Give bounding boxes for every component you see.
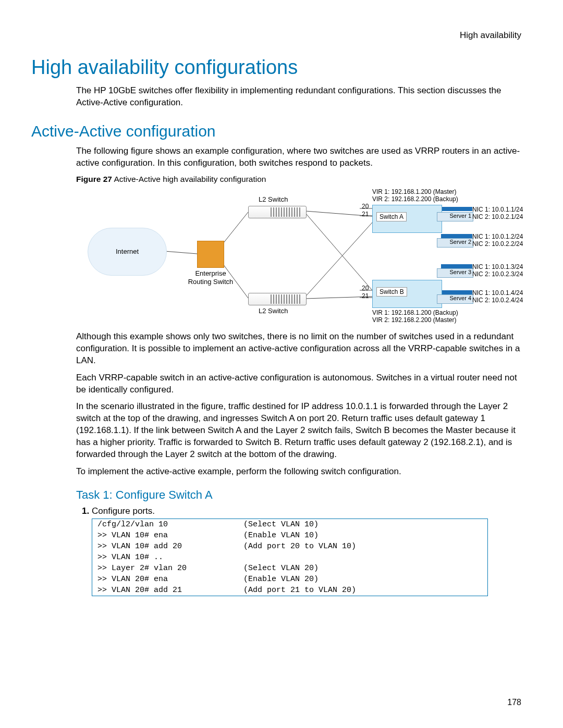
code-line: >> VLAN 20# ena(Enable VLAN 20)	[92, 574, 488, 585]
code-description	[238, 552, 488, 563]
code-command: >> VLAN 10# add 20	[92, 541, 239, 552]
code-command: >> VLAN 20# add 21	[92, 585, 239, 596]
page-title: High availability configurations	[31, 56, 521, 79]
code-line: /cfg/l2/vlan 10(Select VLAN 10)	[92, 519, 488, 530]
nic-1-2: NIC 2: 10.0.2.1/24	[472, 213, 535, 220]
internet-cloud-icon: Internet	[88, 228, 167, 276]
figure-caption: Figure 27 Active-Active high availabilit…	[76, 175, 521, 184]
step-list: Configure ports.	[76, 506, 521, 516]
code-line: >> VLAN 10# ..	[92, 552, 488, 563]
code-line: >> VLAN 10# ena(Enable VLAN 10)	[92, 530, 488, 541]
l2-switch-bottom-icon	[248, 293, 307, 305]
port-20-label-a: 20	[362, 203, 369, 210]
code-command: >> Layer 2# vlan 20	[92, 563, 239, 574]
router-icon	[197, 241, 224, 268]
body-paragraph: Each VRRP-capable switch in an active-ac…	[76, 372, 521, 396]
svg-line-1	[223, 212, 248, 243]
port-20-label-b: 20	[362, 285, 369, 292]
code-command: >> VLAN 10# ena	[92, 530, 239, 541]
switch-b-tag: Switch B	[376, 287, 407, 297]
svg-line-4	[305, 213, 372, 290]
svg-rect-17	[441, 290, 472, 294]
code-description: (Add port 20 to VLAN 10)	[238, 541, 488, 552]
intro-paragraph: The HP 10GbE switches offer flexibility …	[76, 85, 521, 109]
code-line: >> VLAN 10# add 20(Add port 20 to VLAN 1…	[92, 541, 488, 552]
port-21-label-a: 21	[362, 211, 369, 218]
page-number: 178	[507, 698, 521, 707]
nic-2-1: NIC 1: 10.0.1.2/24	[472, 233, 535, 240]
code-line: >> Layer 2# vlan 20(Select VLAN 20)	[92, 563, 488, 574]
switch-a-tag: Switch A	[376, 212, 407, 221]
figure-caption-text: Active-Active high availability configur…	[114, 175, 266, 183]
l2-switch-top-label: L2 Switch	[259, 195, 288, 203]
code-description: (Select VLAN 10)	[238, 519, 488, 530]
router-label-2: Routing Switch	[179, 278, 242, 286]
code-command: >> VLAN 10# ..	[92, 552, 239, 563]
internet-label: Internet	[116, 248, 139, 255]
code-description: (Enable VLAN 10)	[238, 530, 488, 541]
vir-a1-label: VIR 1: 192.168.1.200 (Master)	[372, 188, 456, 195]
code-description: (Select VLAN 20)	[238, 563, 488, 574]
server-3: Server 3	[437, 268, 473, 278]
l2-switch-top-icon	[248, 206, 307, 218]
vir-b2-label: VIR 2: 192.168.2.200 (Master)	[372, 316, 456, 324]
server-1: Server 1	[437, 212, 473, 221]
svg-line-0	[165, 251, 197, 254]
step-item: Configure ports.	[92, 506, 521, 516]
l2-switch-bottom-label: L2 Switch	[259, 307, 288, 315]
nic-1-1: NIC 1: 10.0.1.1/24	[472, 206, 535, 213]
nic-4-1: NIC 1: 10.0.1.4/24	[472, 289, 535, 297]
code-line: >> VLAN 20# add 21(Add port 21 to VLAN 2…	[92, 585, 488, 596]
nic-4-2: NIC 2: 10.0.2.4/24	[472, 297, 535, 304]
svg-rect-15	[441, 264, 472, 268]
figure-label: Figure 27	[76, 175, 112, 183]
nic-2-2: NIC 2: 10.0.2.2/24	[472, 240, 535, 248]
task-heading: Task 1: Configure Switch A	[76, 488, 521, 502]
section-heading: Active-Active configuration	[31, 122, 521, 140]
network-diagram: Internet Enterprise Routing Switch L2 Sw…	[76, 186, 524, 327]
code-description: (Enable VLAN 20)	[238, 574, 488, 585]
port-21-label-b: 21	[362, 292, 369, 300]
nic-3-2: NIC 2: 10.0.2.3/24	[472, 270, 535, 278]
router-label-1: Enterprise	[185, 269, 237, 277]
vir-a2-label: VIR 2: 192.168.2.200 (Backup)	[372, 195, 458, 203]
code-description: (Add port 21 to VLAN 20)	[238, 585, 488, 596]
body-paragraph: To implement the active-active example, …	[76, 466, 521, 478]
step-text: Configure ports.	[92, 506, 155, 516]
code-command: /cfg/l2/vlan 10	[92, 519, 239, 530]
body-paragraph: The following figure shows an example co…	[76, 145, 521, 169]
svg-rect-11	[441, 207, 472, 211]
body-paragraph: Although this example shows only two swi…	[76, 331, 521, 367]
running-header: High availability	[31, 30, 521, 41]
svg-rect-13	[441, 234, 472, 238]
code-command: >> VLAN 20# ena	[92, 574, 239, 585]
server-2: Server 2	[437, 238, 473, 248]
server-4: Server 4	[437, 294, 473, 304]
body-paragraph: In the scenario illustrated in the figur…	[76, 401, 521, 461]
nic-3-1: NIC 1: 10.0.1.3/24	[472, 263, 535, 270]
code-block: /cfg/l2/vlan 10(Select VLAN 10)>> VLAN 1…	[92, 519, 488, 596]
vir-b1-label: VIR 1: 192.168.1.200 (Backup)	[372, 309, 458, 316]
